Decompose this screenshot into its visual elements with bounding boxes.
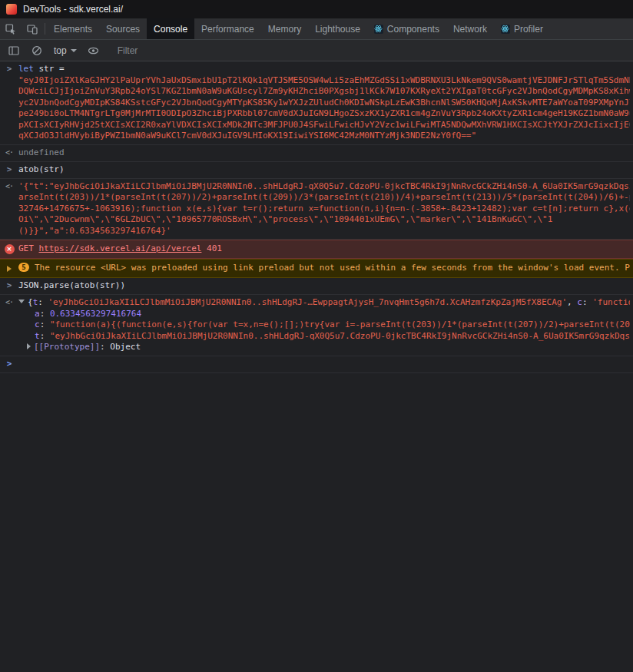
console-row-output: <·undefined — [0, 145, 633, 162]
devtools-icon — [6, 4, 17, 15]
console-entry-content: GET https://sdk.vercel.ai/api/vercel 401 — [18, 243, 630, 255]
console-text: c — [577, 297, 582, 307]
console-line: atob(str) — [18, 164, 630, 176]
warning-count-badge[interactable]: 5 — [18, 263, 29, 272]
request-url-link[interactable]: https://sdk.vercel.ai/api/vercel — [39, 243, 202, 253]
tab-label: Components — [387, 24, 439, 35]
inspect-element-button[interactable] — [0, 18, 22, 39]
console-prompt-chevron-icon[interactable]: > — [7, 359, 12, 370]
console-text: Oi\",\"2Ducwnm\",\"6GLZbUC\",\"10965770R… — [18, 214, 552, 224]
console-sidebar-icon — [8, 46, 19, 55]
console-text: : — [100, 342, 110, 352]
warning-group-triangle-icon[interactable] — [7, 266, 12, 272]
console-text: "eyJ0IjoiZXlKaGJHY2lPaUprYVhJaUxDSmxibU1… — [18, 75, 630, 85]
console-text: Object — [110, 342, 141, 352]
console-row-prompt[interactable]: > — [0, 356, 633, 373]
console-line: DQWciLCJjIjoiZnVuY3Rpb24oYSl7KGZ1bmN0aW9… — [18, 86, 630, 98]
disclosure-triangle-icon[interactable] — [27, 343, 31, 349]
console-text: str — [39, 64, 55, 74]
console-text: atob(str) — [18, 164, 65, 174]
console-line: ()}}","a":0.6334563297416764}' — [18, 226, 630, 237]
filter-input[interactable] — [116, 45, 365, 57]
console-text: "function(a){(function(e,s){for(var t=x,… — [50, 319, 630, 329]
console-line: pXCIsXCIyRHVjd25tXCIsXCI2R0xaYlVDXCIsXCI… — [18, 120, 630, 131]
console-text: pXCIsXCIyRHVjd25tXCIsXCI2R0xaYlVDXCIsXCI… — [18, 120, 630, 130]
console-line: Oi\",\"2Ducwnm\",\"6GLZbUC\",\"10965770R… — [18, 214, 630, 226]
react-icon — [374, 25, 383, 34]
object-property-line: t: "eyJhbGciOiJkaXIiLCJlbmMiOiJBMjU2R0NN… — [18, 331, 630, 343]
tab-components[interactable]: Components — [367, 18, 446, 39]
tab-performance[interactable]: Performance — [194, 18, 261, 39]
create-live-expression-button[interactable] — [83, 45, 104, 56]
console-gutter: × — [0, 243, 18, 255]
toolbar-divider — [45, 23, 45, 35]
tab-label: Network — [453, 24, 487, 35]
tab-memory[interactable]: Memory — [261, 18, 308, 39]
output-arrow-icon: <· — [5, 147, 13, 159]
eye-icon — [88, 45, 99, 56]
tab-elements[interactable]: Elements — [47, 18, 99, 39]
tab-network[interactable]: Network — [446, 18, 494, 39]
console-gutter: > — [0, 64, 18, 142]
output-arrow-icon: <· — [5, 297, 13, 309]
chevron-down-icon — [71, 49, 77, 52]
object-preview-line: {t: 'eyJhbGciOiJkaXIiLCJlbmMiOiJBMjU2R0N… — [18, 297, 630, 309]
devtools-tabstrip: ElementsSourcesConsolePerformanceMemoryL… — [0, 18, 633, 40]
console-text: The resource <URL> was preloaded using l… — [35, 263, 630, 273]
tab-label: Memory — [268, 24, 301, 35]
tab-label: Sources — [106, 24, 140, 35]
console-text: '{"t":"eyJhbGciOiJkaXIiLCJlbmMiOiJBMjU2R… — [18, 181, 630, 191]
console-line: let str = — [18, 64, 630, 75]
input-chevron-icon: > — [7, 164, 12, 176]
tab-profiler[interactable]: Profiler — [494, 18, 550, 39]
console-text: [[Prototype]] — [34, 342, 100, 352]
toggle-device-toolbar-button[interactable] — [22, 18, 43, 39]
disclosure-triangle-icon[interactable] — [18, 300, 25, 303]
tab-sources[interactable]: Sources — [99, 18, 147, 39]
show-console-sidebar-button[interactable] — [3, 46, 25, 55]
console-text: a — [35, 309, 40, 319]
console-gutter: > — [0, 359, 18, 370]
console-line: undefined — [18, 147, 630, 159]
console-entry-content: let str ="eyJ0IjoiZXlKaGJHY2lPaUprYVhJaU… — [18, 64, 630, 142]
console-entry-content: JSON.parse(atob(str)) — [18, 280, 630, 292]
object-property-line: c: "function(a){(function(e,s){for(var t… — [18, 319, 630, 331]
context-selector-label: top — [54, 45, 67, 56]
input-chevron-icon: > — [7, 280, 12, 292]
console-row-input: >atob(str) — [0, 162, 633, 179]
console-text: : — [38, 297, 48, 307]
inspect-cursor-icon — [5, 24, 16, 35]
console-gutter: > — [0, 280, 18, 292]
console-line: pe249bi0oLTM4NTgrLTg0MjMrMTI0ODIpO3ZhciB… — [18, 108, 630, 120]
console-text: arseInt(t(203))/1*(parseInt(t(207))/2)+p… — [18, 192, 630, 202]
console-line: "eyJ0IjoiZXlKaGJHY2lPaUprYVhJaUxDSmxibU1… — [18, 75, 630, 87]
console-gutter: <· — [0, 147, 18, 159]
tab-lighthouse[interactable]: Lighthouse — [308, 18, 367, 39]
console-line: JSON.parse(atob(str)) — [18, 280, 630, 292]
console-gutter — [0, 263, 18, 274]
clear-console-button[interactable] — [26, 45, 48, 56]
console-line: qXCJdO3JldHVybiByPWZ1bmN0aW9uKCl7cmV0dXJ… — [18, 131, 630, 142]
console-entry-content — [18, 359, 630, 370]
javascript-context-selector[interactable]: top — [49, 45, 81, 56]
console-entry-content: '{"t":"eyJhbGciOiJkaXIiLCJlbmMiOiJBMjU2R… — [18, 181, 630, 237]
console-text: 0.6334563297416764 — [50, 309, 141, 319]
console-text: let — [18, 64, 39, 74]
tab-label: Console — [154, 24, 187, 35]
console-text: undefined — [18, 147, 65, 157]
react-icon — [501, 25, 510, 34]
device-toolbar-icon — [27, 24, 38, 35]
tab-label: Profiler — [514, 24, 543, 35]
window-title: DevTools - sdk.vercel.ai/ — [23, 4, 123, 15]
console-row-output: <·'{"t":"eyJhbGciOiJkaXIiLCJlbmMiOiJBMjU… — [0, 179, 633, 240]
console-text: pe249bi0oLTM4NTgrLTg0MjMrMTI0ODIpO3ZhciB… — [18, 108, 630, 118]
console-line: yc2VJbnQodCgyMDIpKS84KSstcGFyc2VJbnQodCg… — [18, 98, 630, 109]
tab-console[interactable]: Console — [147, 18, 194, 39]
console-entry-content: undefined — [18, 147, 630, 159]
console-gutter: <· — [0, 297, 18, 353]
console-text: t — [35, 331, 40, 341]
console-line: arseInt(t(203))/1*(parseInt(t(207))/2)+p… — [18, 192, 630, 204]
output-arrow-icon: <· — [5, 181, 13, 193]
console-toolbar: top — [0, 40, 633, 61]
console-messages: >let str ="eyJ0IjoiZXlKaGJHY2lPaUprYVhJa… — [0, 61, 633, 373]
